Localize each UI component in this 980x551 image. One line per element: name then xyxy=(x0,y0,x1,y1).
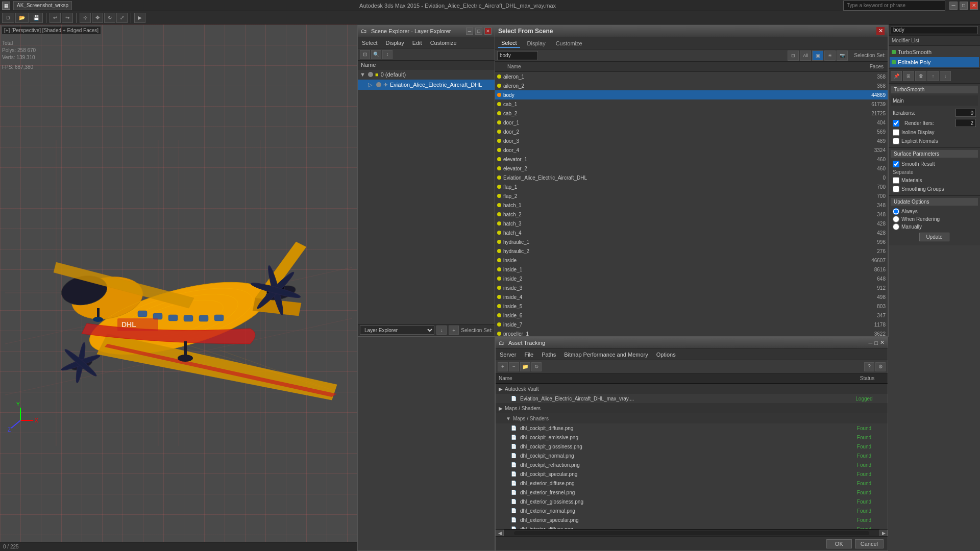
sfs-object-item[interactable]: inside 46607 xyxy=(495,256,888,265)
at-scroll-right[interactable]: ▶ xyxy=(879,530,888,537)
se-tb-search[interactable]: 🔍 xyxy=(371,50,381,59)
at-menu-bitmap[interactable]: Bitmap Performance and Memory xyxy=(562,350,650,359)
sfs-cam-btn[interactable]: 📷 xyxy=(837,51,848,61)
layer-btn-2[interactable]: + xyxy=(449,325,459,335)
sfs-object-item[interactable]: elevator_1 460 xyxy=(495,155,888,164)
scale-btn[interactable]: ⤢ xyxy=(116,13,128,23)
at-scroll-track[interactable] xyxy=(514,531,869,535)
at-file-item[interactable]: 📄 dhl_cockpit_specular.png Found xyxy=(496,469,888,479)
sfs-object-item[interactable]: inside_4 498 xyxy=(495,292,888,302)
rotate-btn[interactable]: ↻ xyxy=(104,13,115,23)
layer-btn-1[interactable]: ↓ xyxy=(436,325,447,335)
sfs-tab-customize[interactable]: Customize xyxy=(553,39,585,47)
sfs-object-item[interactable]: door_4 3324 xyxy=(495,145,888,155)
update-button[interactable]: Update xyxy=(919,233,949,241)
sfs-object-item[interactable]: inside_7 1178 xyxy=(495,320,888,329)
at-menu-paths[interactable]: Paths xyxy=(540,350,558,359)
at-menu-options[interactable]: Options xyxy=(654,350,678,359)
at-file-item[interactable]: 📄 dhl_exterior_normal.png Found xyxy=(496,506,888,515)
sfs-light-btn[interactable]: ☀ xyxy=(824,51,836,61)
at-file-item[interactable]: 📄 dhl_exterior_specular.png Found xyxy=(496,515,888,524)
sfs-object-item[interactable]: door_2 569 xyxy=(495,127,888,136)
sfs-search-input[interactable] xyxy=(497,51,538,60)
sfs-object-item[interactable]: door_3 489 xyxy=(495,136,888,145)
at-file-item[interactable]: 📄 dhl_exterior_fresnel.png Found xyxy=(496,488,888,497)
smooth-result-checkbox[interactable] xyxy=(893,161,899,167)
sfs-object-item[interactable]: cab_2 21725 xyxy=(495,109,888,118)
sfs-geo-btn[interactable]: ▣ xyxy=(812,51,823,61)
mod-btn-up[interactable]: ↑ xyxy=(927,71,939,81)
always-radio[interactable] xyxy=(893,208,899,215)
sfs-object-item[interactable]: aileron_1 368 xyxy=(495,72,888,81)
when-rendering-radio[interactable] xyxy=(893,216,899,222)
save-btn[interactable]: 💾 xyxy=(30,13,43,23)
sfs-object-item[interactable]: cab_1 61739 xyxy=(495,99,888,109)
at-tb-refresh[interactable]: ↻ xyxy=(531,362,542,371)
workspace-tab[interactable]: AK_Screenshot_wrksp xyxy=(13,1,72,10)
mod-btn-pin[interactable]: 📌 xyxy=(891,71,902,81)
render-btn[interactable]: ▶ xyxy=(134,13,145,23)
at-scroll-left[interactable]: ◀ xyxy=(496,530,504,537)
at-menu-file[interactable]: File xyxy=(522,350,535,359)
sfs-object-item[interactable]: inside_2 648 xyxy=(495,274,888,283)
move-btn[interactable]: ✥ xyxy=(92,13,103,23)
at-close[interactable]: ✕ xyxy=(880,339,885,346)
sfs-object-item[interactable]: hydraulic_2 276 xyxy=(495,246,888,256)
sfs-object-item[interactable]: inside_1 8616 xyxy=(495,265,888,274)
at-file-item[interactable]: 📄 Eviation_Alice_Electric_Aircraft_DHL_m… xyxy=(496,394,888,403)
viewport[interactable]: [+] [Perspective] [Shaded + Edged Faces]… xyxy=(0,24,357,551)
select-btn[interactable]: ⊹ xyxy=(80,13,91,23)
sfs-all-btn[interactable]: All xyxy=(800,51,811,61)
sfs-object-item[interactable]: hatch_1 348 xyxy=(495,201,888,210)
close-app-btn[interactable]: ✕ xyxy=(970,2,978,10)
sfs-object-item[interactable]: elevator_2 460 xyxy=(495,164,888,173)
ok-button[interactable]: OK xyxy=(826,539,852,548)
sfs-object-item[interactable]: hatch_4 428 xyxy=(495,228,888,237)
at-menu-server[interactable]: Server xyxy=(498,350,518,359)
sfs-object-item[interactable]: aileron_2 368 xyxy=(495,81,888,90)
at-tb-folder[interactable]: 📁 xyxy=(520,362,530,371)
tree-item-default[interactable]: ▼ ■ 0 (default) xyxy=(358,69,495,80)
sfs-object-item[interactable]: door_1 404 xyxy=(495,118,888,127)
se-menu-select[interactable]: Select xyxy=(360,39,380,47)
keyword-search-input[interactable] xyxy=(843,1,945,11)
sfs-object-item[interactable]: hatch_2 348 xyxy=(495,210,888,219)
at-group[interactable]: ▶Autodesk Vault xyxy=(496,384,888,394)
tree-item-aircraft[interactable]: ▷ ✈ Eviation_Alice_Electric_Aircraft_DHL xyxy=(358,80,495,90)
materials-checkbox[interactable] xyxy=(893,177,899,184)
sfs-object-item[interactable]: inside_6 347 xyxy=(495,311,888,320)
render-iters-checkbox[interactable] xyxy=(893,120,899,127)
at-tb-remove[interactable]: − xyxy=(509,362,519,371)
sfs-tab-select[interactable]: Select xyxy=(498,39,520,48)
layer-select-dropdown[interactable]: Layer Explorer xyxy=(360,325,434,335)
at-file-item[interactable]: 📄 dhl_cockpit_emissive.png Found xyxy=(496,433,888,442)
at-file-item[interactable]: 📄 dhl_exterior_glossiness.png Found xyxy=(496,497,888,506)
sfs-object-item[interactable]: inside_5 803 xyxy=(495,302,888,311)
at-maximize[interactable]: □ xyxy=(874,340,878,346)
render-iters-input[interactable] xyxy=(955,119,976,127)
sfs-object-item[interactable]: hatch_3 428 xyxy=(495,219,888,228)
at-tb-settings[interactable]: ⚙ xyxy=(875,362,886,371)
se-menu-edit[interactable]: Edit xyxy=(410,39,424,47)
sfs-object-item[interactable]: flap_1 700 xyxy=(495,182,888,191)
manually-radio[interactable] xyxy=(893,223,899,230)
se-menu-display[interactable]: Display xyxy=(384,39,406,47)
modifier-turbos[interactable]: TurboSmooth xyxy=(890,47,979,57)
undo-btn[interactable]: ↩ xyxy=(50,13,61,23)
sfs-object-item[interactable]: flap_2 700 xyxy=(495,191,888,201)
scene-explorer-minimize[interactable]: ─ xyxy=(466,28,473,35)
at-file-item[interactable]: 📄 dhl_interior_diffuse.png Found xyxy=(496,524,888,529)
at-tb-add[interactable]: + xyxy=(498,362,508,371)
modifier-search-input[interactable] xyxy=(891,26,978,34)
modifier-editable-poly[interactable]: Editable Poly xyxy=(890,57,979,67)
sfs-object-item[interactable]: body 44869 xyxy=(495,90,888,99)
sfs-close-btn[interactable]: ✕ xyxy=(876,27,885,35)
at-file-item[interactable]: 📄 dhl_cockpit_normal.png Found xyxy=(496,451,888,460)
sfs-tab-display[interactable]: Display xyxy=(524,39,549,47)
at-scrollbar[interactable]: ◀ ▶ xyxy=(496,529,888,536)
new-btn[interactable]: 🗋 xyxy=(2,13,14,23)
iterations-input[interactable] xyxy=(955,109,976,117)
at-tb-help[interactable]: ? xyxy=(864,362,874,371)
cancel-button[interactable]: Cancel xyxy=(855,539,884,548)
se-tb-filter[interactable]: ⊡ xyxy=(360,50,370,59)
